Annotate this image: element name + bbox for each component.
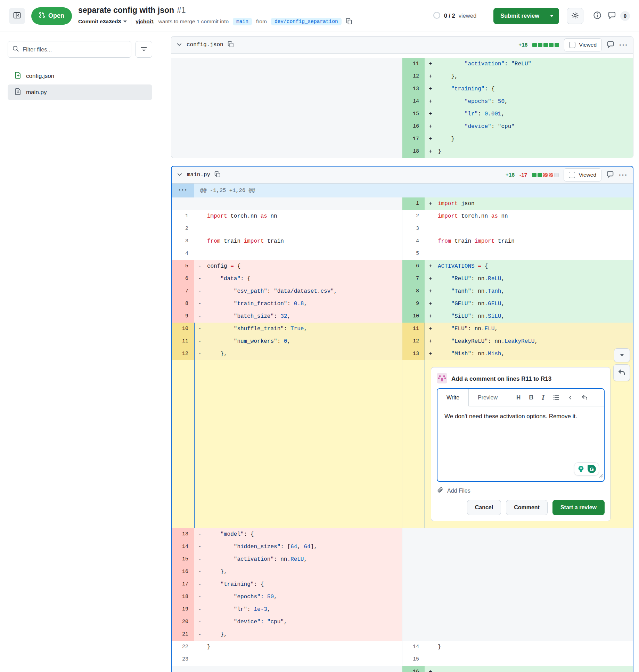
line-number[interactable]: 21 — [172, 628, 194, 641]
line-number[interactable]: 16 — [172, 566, 194, 578]
line-number[interactable]: 9 — [402, 298, 425, 310]
info-button[interactable] — [593, 11, 601, 21]
settings-button[interactable] — [567, 8, 583, 24]
line-number[interactable]: 22 — [172, 641, 194, 653]
viewed-toggle[interactable]: Viewed — [564, 168, 601, 181]
line-number[interactable]: 5 — [172, 260, 194, 273]
line-number[interactable]: 6 — [402, 260, 425, 273]
line-number[interactable]: 13 — [172, 528, 194, 541]
line-actions-button[interactable] — [614, 348, 630, 362]
tab-preview[interactable]: Preview — [469, 389, 507, 406]
line-number[interactable]: 15 — [402, 653, 425, 666]
bold-icon[interactable]: B — [529, 394, 533, 401]
line-number[interactable]: 3 — [172, 235, 194, 248]
line-number[interactable]: 8 — [172, 298, 194, 310]
file-options-button[interactable]: ··· — [619, 171, 628, 179]
copy-path-button[interactable] — [214, 171, 221, 179]
undo-button[interactable] — [613, 364, 630, 381]
line-number[interactable]: 6 — [172, 273, 194, 285]
line-number[interactable]: 11 — [402, 323, 425, 335]
line-number[interactable]: 1 — [402, 197, 425, 210]
line-number[interactable]: 7 — [172, 285, 194, 298]
line-number[interactable]: 8 — [402, 285, 425, 298]
start-review-button[interactable]: Start a review — [552, 500, 605, 515]
line-number[interactable]: 2 — [402, 210, 425, 222]
code-line: import torch.nn as nn — [194, 210, 402, 222]
line-number[interactable]: 3 — [402, 222, 425, 235]
line-number[interactable]: 20 — [172, 616, 194, 628]
line-number[interactable]: 12 — [402, 335, 425, 348]
line-number[interactable]: 12 — [402, 70, 425, 83]
line-number[interactable]: 18 — [402, 145, 425, 158]
collapse-file-button[interactable] — [177, 171, 183, 179]
line-number[interactable]: 16 — [402, 666, 425, 672]
line-number[interactable]: 10 — [172, 323, 194, 335]
line-number[interactable]: 2 — [172, 222, 194, 235]
line-number[interactable]: 13 — [402, 348, 425, 360]
list-icon[interactable] — [553, 394, 559, 401]
line-number[interactable]: 15 — [402, 108, 425, 120]
diff-row: 7- "csv_path": "data/dataset.csv",8+ "Ta… — [172, 285, 633, 298]
comment-textarea[interactable]: We don't need these activation options. … — [437, 406, 604, 481]
diffstat-block — [532, 173, 536, 177]
paperclip-icon — [437, 487, 444, 495]
file-filter-button[interactable] — [136, 41, 152, 58]
copy-path-button[interactable] — [228, 41, 234, 49]
line-number[interactable]: 17 — [172, 578, 194, 591]
file-tree-item-main-py[interactable]: main.py — [8, 84, 152, 100]
line-number[interactable]: 16 — [402, 120, 425, 133]
line-number[interactable]: 14 — [402, 641, 425, 653]
code-line: - "batch_size": 32, — [194, 310, 402, 323]
line-number[interactable]: 14 — [402, 95, 425, 108]
inline-comment-band: Add a comment on lines R11 to R13 Write … — [172, 360, 633, 528]
collapse-file-button[interactable] — [176, 41, 182, 49]
empty-cell — [402, 578, 633, 591]
line-number[interactable]: 19 — [172, 603, 194, 616]
chevron-left-icon[interactable] — [568, 395, 573, 400]
viewed-toggle[interactable]: Viewed — [564, 38, 602, 51]
comment-button[interactable]: Comment — [506, 500, 548, 515]
cancel-button[interactable]: Cancel — [467, 500, 501, 515]
line-number[interactable]: 7 — [402, 273, 425, 285]
line-number[interactable]: 10 — [402, 310, 425, 323]
reply-arrow-icon[interactable] — [581, 394, 588, 401]
line-number[interactable]: 13 — [402, 83, 425, 95]
conversations-button[interactable] — [608, 11, 616, 21]
filter-files-input[interactable] — [23, 46, 127, 53]
line-number[interactable]: 1 — [172, 210, 194, 222]
line-number[interactable]: 15 — [172, 553, 194, 566]
line-number[interactable]: 4 — [172, 248, 194, 260]
file-comment-button[interactable] — [606, 171, 614, 179]
file-comment-button[interactable] — [607, 41, 614, 49]
heading-icon[interactable]: H — [516, 394, 521, 401]
line-number[interactable]: 18 — [172, 591, 194, 603]
tab-write[interactable]: Write — [437, 389, 469, 406]
comment-text: We don't need these activation options. … — [444, 413, 577, 420]
grammarly-widget[interactable]: G — [574, 462, 599, 476]
line-number[interactable]: 11 — [172, 335, 194, 348]
line-number[interactable]: 12 — [172, 348, 194, 360]
line-number[interactable]: 23 — [172, 653, 194, 666]
submit-review-button[interactable]: Submit review — [493, 8, 559, 24]
file-options-button[interactable]: ··· — [619, 41, 628, 49]
line-number[interactable]: 17 — [402, 133, 425, 145]
code-line: - }, — [194, 628, 402, 641]
file-tree-item-config-json[interactable]: config.json — [8, 68, 152, 84]
author-link[interactable]: yjchoi1 — [136, 18, 154, 25]
diff-row: 13+ "training": { — [171, 83, 633, 95]
line-number[interactable]: 9 — [172, 310, 194, 323]
sidebar-toggle-button[interactable] — [9, 8, 25, 24]
copy-branch-button[interactable] — [346, 18, 353, 26]
add-files-button[interactable]: Add Files — [437, 487, 470, 495]
expand-hunk-button[interactable]: ••• — [172, 184, 194, 197]
commit-selector[interactable]: Commit e3a3ed3 — [78, 18, 127, 25]
base-branch-chip[interactable]: main — [233, 18, 252, 25]
head-branch-chip[interactable]: dev/config_separation — [271, 18, 342, 25]
line-number[interactable]: 4 — [402, 235, 425, 248]
resize-handle[interactable] — [598, 471, 603, 480]
line-number[interactable]: 14 — [172, 541, 194, 553]
line-number[interactable]: 5 — [402, 248, 425, 260]
italic-icon[interactable]: I — [542, 394, 544, 402]
diff-cell: 12- }, — [172, 348, 402, 360]
line-number[interactable]: 11 — [402, 58, 425, 70]
